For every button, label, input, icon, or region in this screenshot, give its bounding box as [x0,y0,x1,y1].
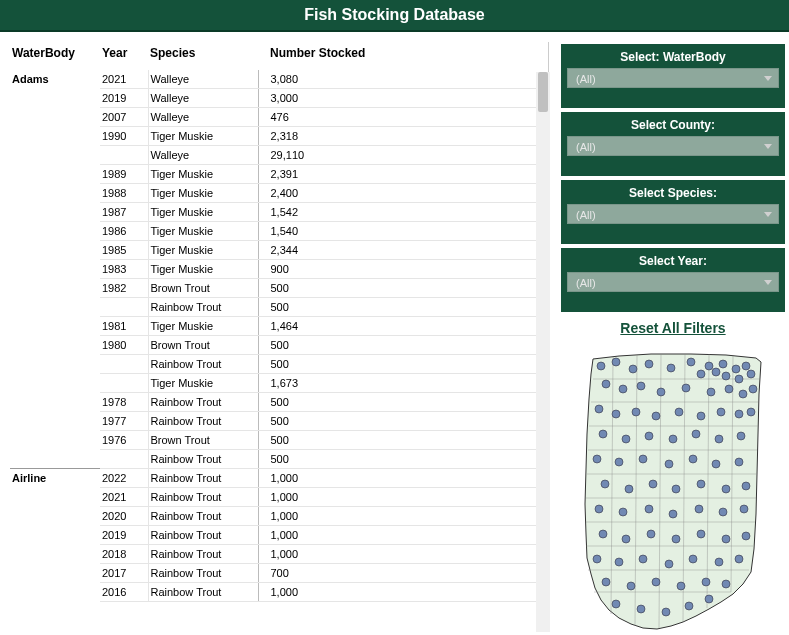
cell-species: Tiger Muskie [148,317,258,336]
cell-year: 1989 [100,165,148,184]
cell-year: 1987 [100,203,148,222]
svg-point-69 [742,482,750,490]
table-row[interactable]: 1985Tiger Muskie2,344 [10,241,548,260]
table-row[interactable]: 1978Rainbow Trout500 [10,393,548,412]
cell-waterbody: Adams [10,70,100,89]
svg-point-65 [649,480,657,488]
svg-point-99 [662,608,670,616]
state-map[interactable] [561,344,781,635]
table-row[interactable]: 1981Tiger Muskie1,464 [10,317,548,336]
svg-point-64 [625,485,633,493]
page-header: Fish Stocking Database [0,0,789,32]
table-row[interactable]: Adams2021Walleye3,080 [10,70,548,89]
cell-waterbody [10,431,100,450]
cell-waterbody [10,260,100,279]
table-row[interactable]: 1983Tiger Muskie900 [10,260,548,279]
table-row[interactable]: Airline2022Rainbow Trout1,000 [10,469,548,488]
table-row[interactable]: 2019Walleye3,000 [10,89,548,108]
col-header-waterbody[interactable]: WaterBody [10,42,100,70]
table-row[interactable]: 1982Brown Trout500 [10,279,548,298]
cell-year [100,298,148,317]
svg-point-81 [697,530,705,538]
svg-point-77 [599,530,607,538]
col-header-species[interactable]: Species [148,42,258,70]
svg-point-57 [615,458,623,466]
cell-species: Brown Trout [148,431,258,450]
cell-year: 1986 [100,222,148,241]
reset-filters-button[interactable]: Reset All Filters [561,316,785,344]
table-row[interactable]: Rainbow Trout500 [10,450,548,469]
col-header-year[interactable]: Year [100,42,148,70]
cell-species: Walleye [148,146,258,165]
cell-species: Tiger Muskie [148,260,258,279]
cell-year: 1981 [100,317,148,336]
cell-waterbody [10,507,100,526]
cell-number: 2,344 [258,241,548,260]
svg-point-22 [705,362,713,370]
table-row[interactable]: 1986Tiger Muskie1,540 [10,222,548,241]
table-row[interactable]: Tiger Muskie1,673 [10,374,548,393]
svg-point-56 [593,455,601,463]
cell-year: 2020 [100,507,148,526]
cell-year: 2021 [100,70,148,89]
cell-number: 1,000 [258,526,548,545]
svg-point-80 [672,535,680,543]
table-row[interactable]: 1987Tiger Muskie1,542 [10,203,548,222]
table-row[interactable]: 1977Rainbow Trout500 [10,412,548,431]
table-row[interactable]: Rainbow Trout500 [10,298,548,317]
svg-point-85 [615,558,623,566]
cell-waterbody [10,127,100,146]
svg-point-34 [657,388,665,396]
cell-waterbody [10,241,100,260]
table-row[interactable]: 2020Rainbow Trout1,000 [10,507,548,526]
table-row[interactable]: Rainbow Trout500 [10,355,548,374]
table-row[interactable]: 2016Rainbow Trout1,000 [10,583,548,602]
scrollbar[interactable] [536,72,550,632]
filter-spacer [567,224,779,238]
cell-waterbody [10,108,100,127]
table-row[interactable]: 1989Tiger Muskie2,391 [10,165,548,184]
cell-species: Rainbow Trout [148,564,258,583]
filter-label: Select: WaterBody [565,48,781,68]
table-row[interactable]: 1980Brown Trout500 [10,336,548,355]
filter-box-2: Select Species:(All) [561,180,785,244]
cell-waterbody [10,488,100,507]
table-row[interactable]: 2007Walleye476 [10,108,548,127]
cell-number: 2,318 [258,127,548,146]
cell-waterbody [10,355,100,374]
table-row[interactable]: 2021Rainbow Trout1,000 [10,488,548,507]
svg-point-73 [669,510,677,518]
filter-dropdown-2[interactable]: (All) [567,204,779,224]
svg-point-31 [602,380,610,388]
cell-year: 1985 [100,241,148,260]
cell-waterbody [10,393,100,412]
cell-number: 500 [258,279,548,298]
scrollbar-thumb[interactable] [538,72,548,112]
cell-number: 900 [258,260,548,279]
svg-point-78 [622,535,630,543]
table-row[interactable]: 1988Tiger Muskie2,400 [10,184,548,203]
svg-point-60 [689,455,697,463]
cell-species: Tiger Muskie [148,222,258,241]
svg-point-45 [697,412,705,420]
svg-point-66 [672,485,680,493]
svg-point-101 [705,595,713,603]
col-header-number[interactable]: Number Stocked [258,42,548,70]
svg-point-40 [595,405,603,413]
table-row[interactable]: 1976Brown Trout500 [10,431,548,450]
filter-dropdown-3[interactable]: (All) [567,272,779,292]
filter-dropdown-1[interactable]: (All) [567,136,779,156]
svg-point-44 [675,408,683,416]
table-row[interactable]: 2017Rainbow Trout700 [10,564,548,583]
filter-spacer [567,156,779,170]
svg-point-39 [749,385,757,393]
cell-number: 500 [258,450,548,469]
table-row[interactable]: 2019Rainbow Trout1,000 [10,526,548,545]
table-row[interactable]: 1990Tiger Muskie2,318 [10,127,548,146]
table-row[interactable]: 2018Rainbow Trout1,000 [10,545,548,564]
indiana-map-svg[interactable] [561,344,781,635]
table-row[interactable]: Walleye29,110 [10,146,548,165]
cell-species: Rainbow Trout [148,545,258,564]
filter-dropdown-0[interactable]: (All) [567,68,779,88]
cell-waterbody [10,89,100,108]
